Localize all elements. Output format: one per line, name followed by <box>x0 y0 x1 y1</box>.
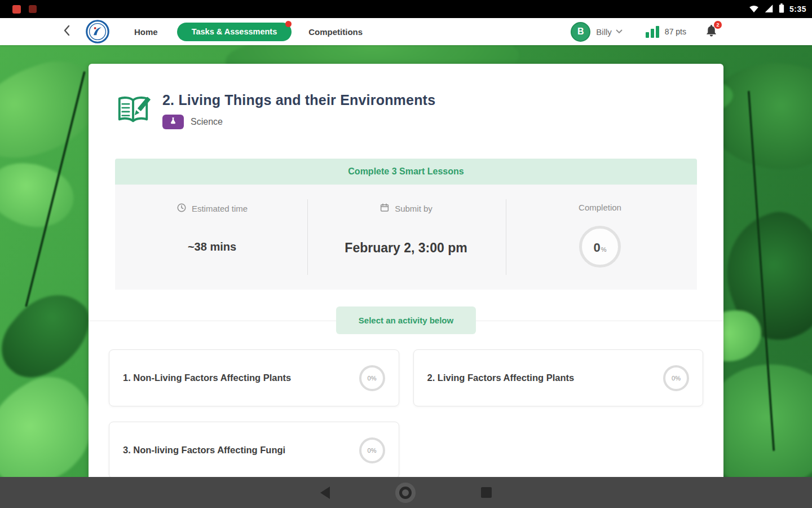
activity-label: 3. Non-living Factors Affecting Fungi <box>123 445 285 456</box>
lesson-header: 2. Living Things and their Environments … <box>116 92 696 129</box>
page-title: 2. Living Things and their Environments <box>162 92 435 108</box>
lessons-banner: Complete 3 Smart Lessons <box>115 159 697 185</box>
avatar[interactable]: B <box>571 22 590 42</box>
activity-card-3[interactable]: 3. Non-living Factors Affecting Fungi 0% <box>109 422 399 477</box>
submit-by-column: Submit by February 2, 3:00 pm <box>309 185 503 290</box>
back-button[interactable] <box>63 25 70 38</box>
notifications-button[interactable]: 2 <box>704 24 718 40</box>
notification-app-icon-2 <box>29 5 37 13</box>
nav-item-home[interactable]: Home <box>134 27 158 37</box>
column-divider <box>307 199 308 275</box>
completion-label: Completion <box>579 203 621 212</box>
estimated-time-header: Estimated time <box>176 203 248 214</box>
submit-by-label: Submit by <box>395 204 433 213</box>
lesson-card: 2. Living Things and their Environments … <box>89 64 723 477</box>
tasks-notification-dot <box>285 21 292 27</box>
activity-progress-ring: 0% <box>359 437 385 463</box>
book-pencil-icon <box>116 92 151 129</box>
recents-square-icon <box>481 487 492 498</box>
screen: 5:35 Home Tasks & Assessments Competitio… <box>0 0 812 508</box>
android-recents-button[interactable] <box>481 487 492 498</box>
battery-icon <box>779 3 784 15</box>
activities-grid: 1. Non-Living Factors Affecting Plants 0… <box>109 349 703 477</box>
status-right-icons: 5:35 <box>749 3 806 15</box>
activity-prompt-pill: Select an activity below <box>336 306 476 334</box>
activity-percent: 0% <box>368 447 377 454</box>
estimated-time-value: ~38 mins <box>188 240 236 253</box>
leaf-shape <box>0 149 82 240</box>
points-label[interactable]: 87 pts <box>665 27 686 36</box>
tasks-label: Tasks & Assessments <box>192 27 277 36</box>
activity-card-2[interactable]: 2. Living Factors Affecting Plants 0% <box>413 349 704 406</box>
activity-progress-ring: 0% <box>663 365 689 391</box>
avatar-initial: B <box>577 27 584 37</box>
lesson-title-block: 2. Living Things and their Environments … <box>162 92 435 129</box>
completion-unit: % <box>601 246 607 253</box>
subject-badge <box>162 115 184 129</box>
status-bar: 5:35 <box>0 0 812 18</box>
completion-ring: 0 % <box>579 226 621 268</box>
submit-by-value: February 2, 3:00 pm <box>345 240 467 256</box>
back-triangle-icon <box>320 487 330 499</box>
completion-header: Completion <box>579 203 621 212</box>
submit-by-header: Submit by <box>379 203 433 214</box>
nav-item-competitions[interactable]: Competitions <box>308 27 363 37</box>
clock-time: 5:35 <box>789 5 806 14</box>
wifi-icon <box>749 4 759 15</box>
signal-icon <box>764 4 774 15</box>
estimated-time-label: Estimated time <box>192 204 248 213</box>
activity-label: 1. Non-Living Factors Affecting Plants <box>123 373 291 383</box>
nav-item-tasks-assessments[interactable]: Tasks & Assessments <box>177 23 292 41</box>
activity-label: 2. Living Factors Affecting Plants <box>427 373 575 383</box>
estimated-time-column: Estimated time ~38 mins <box>115 185 309 290</box>
activity-progress-ring: 0% <box>359 365 385 391</box>
user-name[interactable]: Billy <box>596 27 612 37</box>
clock-icon <box>176 203 187 214</box>
content-area: 2. Living Things and their Environments … <box>0 45 812 477</box>
logo-emblem-icon <box>86 20 109 43</box>
activity-prompt-row: Select an activity below <box>89 306 723 334</box>
bar-chart-icon[interactable] <box>645 25 660 38</box>
notification-app-icon-1 <box>12 5 21 14</box>
subject-label: Science <box>191 117 223 127</box>
app-logo[interactable] <box>86 20 109 43</box>
chevron-down-icon[interactable] <box>616 29 623 34</box>
info-section: Estimated time ~38 mins Submit by Februa… <box>115 185 697 290</box>
activity-percent: 0% <box>672 375 681 382</box>
activity-card-1[interactable]: 1. Non-Living Factors Affecting Plants 0… <box>109 349 399 406</box>
android-back-button[interactable] <box>320 487 330 499</box>
flask-icon <box>169 117 177 127</box>
android-home-button[interactable] <box>395 483 416 503</box>
chevron-left-icon <box>63 25 70 38</box>
completion-column: Completion 0 % <box>503 185 697 290</box>
top-nav-right: B Billy 87 pts 2 <box>571 22 718 42</box>
bottom-nav <box>0 477 812 508</box>
column-divider <box>506 199 506 275</box>
subject-row: Science <box>162 115 435 129</box>
activity-percent: 0% <box>368 375 377 382</box>
status-left-icons <box>12 5 37 14</box>
notification-badge: 2 <box>714 21 722 29</box>
completion-value: 0 <box>593 240 600 255</box>
home-circle-icon <box>399 487 412 499</box>
top-nav: Home Tasks & Assessments Competitions B … <box>0 18 812 45</box>
calendar-icon <box>379 203 390 214</box>
